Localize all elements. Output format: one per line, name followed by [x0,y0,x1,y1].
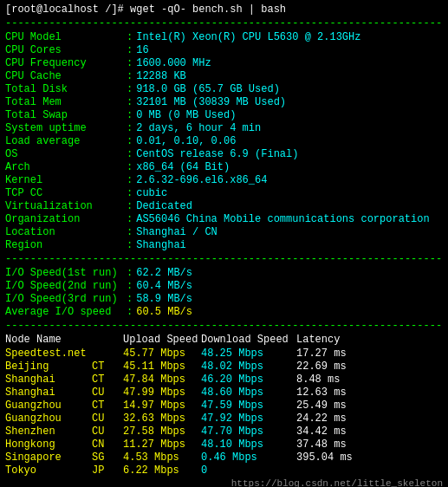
sysinfo-key: Arch [5,161,127,173]
sysinfo-row: Organization : AS56046 China Mobile comm… [5,213,443,225]
sysinfo-val: 32101 MB (30839 MB Used) [136,96,286,108]
node-name: Guangzhou [5,412,92,425]
node-name: Shanghai [5,373,92,386]
sysinfo-sep: : [127,109,133,121]
sysinfo-val: 12288 KB [136,70,186,82]
sysinfo-sep: : [127,161,133,173]
node-provider: SG [92,451,123,464]
sysinfo-row: CPU Model : Intel(R) Xeon(R) CPU L5630 @… [5,31,443,43]
sysinfo-key: Load average [5,135,127,147]
sysinfo-key: Virtualization [5,200,127,212]
sysinfo-sep: : [127,174,133,186]
upload-speed: 11.27 Mbps [123,438,201,451]
upload-speed: 47.84 Mbps [123,373,201,386]
sysinfo-sep: : [127,187,133,199]
sysinfo-key: Kernel [5,174,127,186]
upload-speed: 14.97 Mbps [123,399,201,412]
sysinfo-sep: : [127,200,133,212]
download-speed: 48.10 Mbps [201,438,296,451]
sysinfo-row: OS : CentOS release 6.9 (Final) [5,148,443,160]
latency-val: 8.48 ms [296,373,366,386]
sysinfo-val: 918.0 GB (65.7 GB Used) [136,83,280,95]
command-line: [root@localhost /]# wget -qO- bench.sh |… [5,3,443,16]
node-name: Shenzhen [5,425,92,438]
latency-val: 395.04 ms [296,451,366,464]
latency-val: 24.22 ms [296,412,366,425]
col-header-upload: Upload Speed [123,334,201,346]
col-header-latency: Latency [296,334,366,346]
sysinfo-row: System uptime : 2 days, 6 hour 4 min [5,122,443,134]
iospeed-row: I/O Speed(1st run) : 62.2 MB/s [5,267,443,279]
iospeed-sep: : [127,280,133,292]
sysinfo-key: CPU Model [5,31,127,43]
iospeed-row: Average I/O speed : 60.5 MB/s [5,306,443,318]
latency-val: 22.69 ms [296,360,366,373]
upload-speed: 4.53 Mbps [123,451,201,464]
latency-val: 34.42 ms [296,425,366,438]
sysinfo-key: Location [5,226,127,238]
sysinfo-row: CPU Frequency : 1600.000 MHz [5,57,443,69]
table-row: TokyoJP6.22 Mbps0 [5,464,443,477]
sysinfo-section: CPU Model : Intel(R) Xeon(R) CPU L5630 @… [5,31,443,251]
latency-val: 25.49 ms [296,399,366,412]
sysinfo-key: Total Swap [5,109,127,121]
node-name: Shanghai [5,386,92,399]
upload-speed: 47.99 Mbps [123,386,201,399]
sysinfo-row: Location : Shanghai / CN [5,226,443,238]
node-name: Singapore [5,451,92,464]
iospeed-val: 62.2 MB/s [136,267,192,279]
sysinfo-val: Dedicated [136,200,192,212]
download-speed: 47.92 Mbps [201,412,296,425]
sysinfo-key: Total Mem [5,96,127,108]
upload-speed: 45.11 Mbps [123,360,201,373]
table-row: BeijingCT45.11 Mbps48.02 Mbps22.69 ms [5,360,443,373]
sysinfo-sep: : [127,239,133,251]
sysinfo-key: Region [5,239,127,251]
latency-val: 12.63 ms [296,386,366,399]
download-speed: 48.60 Mbps [201,386,296,399]
sysinfo-val: 2.6.32-696.el6.x86_64 [136,174,267,186]
sysinfo-key: CPU Cores [5,44,127,56]
table-header: Node NameUpload SpeedDownload SpeedLaten… [5,334,443,346]
table-row: ShanghaiCU47.99 Mbps48.60 Mbps12.63 ms [5,386,443,399]
sysinfo-row: Total Mem : 32101 MB (30839 MB Used) [5,96,443,108]
node-name: Speedtest.net [5,347,92,360]
divider-2: ----------------------------------------… [5,253,443,265]
download-speed: 46.20 Mbps [201,373,296,386]
sysinfo-val: Intel(R) Xeon(R) CPU L5630 @ 2.13GHz [136,31,360,43]
sysinfo-sep: : [127,226,133,238]
sysinfo-row: Kernel : 2.6.32-696.el6.x86_64 [5,174,443,186]
node-provider: CU [92,425,123,438]
sysinfo-row: Arch : x86_64 (64 Bit) [5,161,443,173]
col-header-download: Download Speed [201,334,296,346]
sysinfo-sep: : [127,44,133,56]
table-row: HongkongCN11.27 Mbps48.10 Mbps37.48 ms [5,438,443,451]
download-speed: 48.02 Mbps [201,360,296,373]
iospeed-row: I/O Speed(2nd run) : 60.4 MB/s [5,280,443,292]
sysinfo-val: Shanghai / CN [136,226,218,238]
divider-1: ----------------------------------------… [5,17,443,29]
sysinfo-key: Organization [5,213,127,225]
table-row: SingaporeSG4.53 Mbps0.46 Mbps395.04 ms [5,451,443,464]
iospeed-key: I/O Speed(1st run) [5,267,127,279]
sysinfo-val: 1600.000 MHz [136,57,211,69]
table-row: ShenzhenCU27.58 Mbps47.70 Mbps34.42 ms [5,425,443,438]
sysinfo-sep: : [127,135,133,147]
node-provider: JP [92,464,123,477]
download-speed: 0 [201,464,296,477]
sysinfo-key: TCP CC [5,187,127,199]
sysinfo-sep: : [127,213,133,225]
iospeed-key: Average I/O speed [5,306,127,318]
latency-val: 37.48 ms [296,438,366,451]
col-header-provider [92,334,123,346]
node-provider: CT [92,360,123,373]
sysinfo-val: CentOS release 6.9 (Final) [136,148,298,160]
latency-val: 17.27 ms [296,347,366,360]
sysinfo-row: CPU Cores : 16 [5,44,443,56]
download-speed: 0.46 Mbps [201,451,296,464]
table-row: GuangzhouCT14.97 Mbps47.59 Mbps25.49 ms [5,399,443,412]
node-name: Tokyo [5,464,92,477]
iospeed-val: 58.9 MB/s [136,293,192,305]
upload-speed: 6.22 Mbps [123,464,201,477]
sysinfo-row: Virtualization : Dedicated [5,200,443,212]
